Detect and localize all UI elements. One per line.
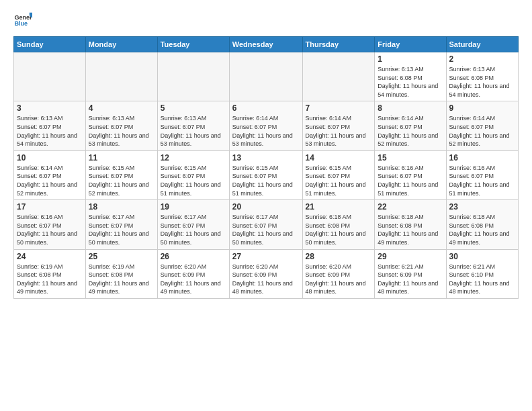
calendar-cell: 5Sunrise: 6:13 AM Sunset: 6:07 PM Daylig… xyxy=(157,101,229,150)
day-info: Sunrise: 6:13 AM Sunset: 6:07 PM Dayligh… xyxy=(89,114,154,148)
day-info: Sunrise: 6:14 AM Sunset: 6:07 PM Dayligh… xyxy=(449,114,515,148)
calendar-header-row: SundayMondayTuesdayWednesdayThursdayFrid… xyxy=(14,37,519,52)
day-info: Sunrise: 6:16 AM Sunset: 6:07 PM Dayligh… xyxy=(449,164,515,197)
calendar-week-3: 10Sunrise: 6:14 AM Sunset: 6:07 PM Dayli… xyxy=(14,150,519,199)
day-number: 27 xyxy=(232,252,300,261)
day-info: Sunrise: 6:15 AM Sunset: 6:07 PM Dayligh… xyxy=(232,164,300,197)
day-info: Sunrise: 6:16 AM Sunset: 6:07 PM Dayligh… xyxy=(17,213,83,246)
calendar-cell xyxy=(157,52,229,101)
page: General Blue SundayMondayTuesdayWednesda… xyxy=(0,0,532,306)
day-info: Sunrise: 6:15 AM Sunset: 6:07 PM Dayligh… xyxy=(161,164,226,197)
day-number: 28 xyxy=(306,252,372,261)
day-number: 10 xyxy=(17,153,83,163)
calendar-header-thursday: Thursday xyxy=(302,37,375,52)
calendar-cell: 22Sunrise: 6:18 AM Sunset: 6:08 PM Dayli… xyxy=(375,200,446,249)
day-number: 25 xyxy=(89,252,154,261)
day-number: 30 xyxy=(449,252,515,261)
logo: General Blue xyxy=(13,11,35,30)
calendar-cell: 14Sunrise: 6:15 AM Sunset: 6:07 PM Dayli… xyxy=(302,150,375,199)
day-number: 1 xyxy=(378,54,443,64)
day-info: Sunrise: 6:21 AM Sunset: 6:10 PM Dayligh… xyxy=(449,263,515,296)
day-number: 6 xyxy=(232,103,300,113)
calendar-header-monday: Monday xyxy=(85,37,157,52)
calendar-cell: 19Sunrise: 6:17 AM Sunset: 6:07 PM Dayli… xyxy=(157,200,229,249)
calendar-cell: 3Sunrise: 6:13 AM Sunset: 6:07 PM Daylig… xyxy=(14,101,86,150)
calendar-header-saturday: Saturday xyxy=(446,37,518,52)
calendar-cell: 20Sunrise: 6:17 AM Sunset: 6:07 PM Dayli… xyxy=(229,200,302,249)
day-number: 18 xyxy=(89,202,154,212)
calendar-cell: 17Sunrise: 6:16 AM Sunset: 6:07 PM Dayli… xyxy=(14,200,86,249)
day-number: 14 xyxy=(306,153,372,163)
day-info: Sunrise: 6:13 AM Sunset: 6:07 PM Dayligh… xyxy=(17,114,83,148)
day-number: 7 xyxy=(306,103,372,113)
day-info: Sunrise: 6:17 AM Sunset: 6:07 PM Dayligh… xyxy=(161,213,226,246)
day-number: 23 xyxy=(449,202,515,212)
calendar-table: SundayMondayTuesdayWednesdayThursdayFrid… xyxy=(13,36,519,299)
day-info: Sunrise: 6:13 AM Sunset: 6:08 PM Dayligh… xyxy=(449,65,515,99)
day-info: Sunrise: 6:16 AM Sunset: 6:07 PM Dayligh… xyxy=(378,164,443,197)
day-number: 13 xyxy=(232,153,300,163)
calendar-cell: 13Sunrise: 6:15 AM Sunset: 6:07 PM Dayli… xyxy=(229,150,302,199)
calendar-cell: 21Sunrise: 6:18 AM Sunset: 6:08 PM Dayli… xyxy=(302,200,375,249)
calendar-header-wednesday: Wednesday xyxy=(229,37,302,52)
day-number: 20 xyxy=(232,202,300,212)
day-number: 15 xyxy=(378,153,443,163)
day-info: Sunrise: 6:18 AM Sunset: 6:08 PM Dayligh… xyxy=(449,213,515,246)
calendar-week-2: 3Sunrise: 6:13 AM Sunset: 6:07 PM Daylig… xyxy=(14,101,519,150)
calendar-cell xyxy=(14,52,86,101)
day-info: Sunrise: 6:14 AM Sunset: 6:07 PM Dayligh… xyxy=(17,164,83,197)
calendar-cell: 18Sunrise: 6:17 AM Sunset: 6:07 PM Dayli… xyxy=(85,200,157,249)
day-info: Sunrise: 6:14 AM Sunset: 6:07 PM Dayligh… xyxy=(306,114,372,148)
day-number: 29 xyxy=(378,252,443,261)
calendar-header-friday: Friday xyxy=(375,37,446,52)
day-info: Sunrise: 6:13 AM Sunset: 6:08 PM Dayligh… xyxy=(378,65,443,99)
day-number: 9 xyxy=(449,103,515,113)
calendar-week-4: 17Sunrise: 6:16 AM Sunset: 6:07 PM Dayli… xyxy=(14,200,519,249)
calendar-cell: 26Sunrise: 6:20 AM Sunset: 6:09 PM Dayli… xyxy=(157,249,229,298)
calendar-cell: 12Sunrise: 6:15 AM Sunset: 6:07 PM Dayli… xyxy=(157,150,229,199)
day-info: Sunrise: 6:14 AM Sunset: 6:07 PM Dayligh… xyxy=(232,114,300,148)
calendar-cell: 16Sunrise: 6:16 AM Sunset: 6:07 PM Dayli… xyxy=(446,150,518,199)
day-number: 5 xyxy=(161,103,226,113)
day-number: 21 xyxy=(306,202,372,212)
day-info: Sunrise: 6:20 AM Sunset: 6:09 PM Dayligh… xyxy=(232,263,300,296)
day-number: 4 xyxy=(89,103,154,113)
calendar-header-sunday: Sunday xyxy=(14,37,86,52)
calendar-cell: 29Sunrise: 6:21 AM Sunset: 6:09 PM Dayli… xyxy=(375,249,446,298)
day-info: Sunrise: 6:15 AM Sunset: 6:07 PM Dayligh… xyxy=(89,164,154,197)
day-info: Sunrise: 6:20 AM Sunset: 6:09 PM Dayligh… xyxy=(306,263,372,296)
day-info: Sunrise: 6:14 AM Sunset: 6:07 PM Dayligh… xyxy=(378,114,443,148)
calendar-cell: 28Sunrise: 6:20 AM Sunset: 6:09 PM Dayli… xyxy=(302,249,375,298)
header: General Blue xyxy=(13,11,519,30)
calendar-cell xyxy=(229,52,302,101)
day-info: Sunrise: 6:17 AM Sunset: 6:07 PM Dayligh… xyxy=(232,213,300,246)
day-info: Sunrise: 6:17 AM Sunset: 6:07 PM Dayligh… xyxy=(89,213,154,246)
day-number: 2 xyxy=(449,54,515,64)
day-info: Sunrise: 6:19 AM Sunset: 6:08 PM Dayligh… xyxy=(89,263,154,296)
day-number: 17 xyxy=(17,202,83,212)
calendar-cell: 24Sunrise: 6:19 AM Sunset: 6:08 PM Dayli… xyxy=(14,249,86,298)
calendar-cell: 6Sunrise: 6:14 AM Sunset: 6:07 PM Daylig… xyxy=(229,101,302,150)
day-info: Sunrise: 6:18 AM Sunset: 6:08 PM Dayligh… xyxy=(306,213,372,246)
svg-text:Blue: Blue xyxy=(14,20,28,27)
calendar-cell: 10Sunrise: 6:14 AM Sunset: 6:07 PM Dayli… xyxy=(14,150,86,199)
calendar-cell: 8Sunrise: 6:14 AM Sunset: 6:07 PM Daylig… xyxy=(375,101,446,150)
calendar-cell xyxy=(302,52,375,101)
day-info: Sunrise: 6:15 AM Sunset: 6:07 PM Dayligh… xyxy=(306,164,372,197)
day-number: 8 xyxy=(378,103,443,113)
calendar-cell xyxy=(85,52,157,101)
day-number: 24 xyxy=(17,252,83,261)
calendar-cell: 9Sunrise: 6:14 AM Sunset: 6:07 PM Daylig… xyxy=(446,101,518,150)
calendar-header-tuesday: Tuesday xyxy=(157,37,229,52)
calendar-cell: 7Sunrise: 6:14 AM Sunset: 6:07 PM Daylig… xyxy=(302,101,375,150)
day-number: 26 xyxy=(161,252,226,261)
calendar-cell: 27Sunrise: 6:20 AM Sunset: 6:09 PM Dayli… xyxy=(229,249,302,298)
calendar-cell: 25Sunrise: 6:19 AM Sunset: 6:08 PM Dayli… xyxy=(85,249,157,298)
day-info: Sunrise: 6:13 AM Sunset: 6:07 PM Dayligh… xyxy=(161,114,226,148)
calendar-cell: 4Sunrise: 6:13 AM Sunset: 6:07 PM Daylig… xyxy=(85,101,157,150)
day-number: 3 xyxy=(17,103,83,113)
day-info: Sunrise: 6:19 AM Sunset: 6:08 PM Dayligh… xyxy=(17,263,83,296)
calendar-cell: 30Sunrise: 6:21 AM Sunset: 6:10 PM Dayli… xyxy=(446,249,518,298)
day-number: 12 xyxy=(161,153,226,163)
day-number: 16 xyxy=(449,153,515,163)
